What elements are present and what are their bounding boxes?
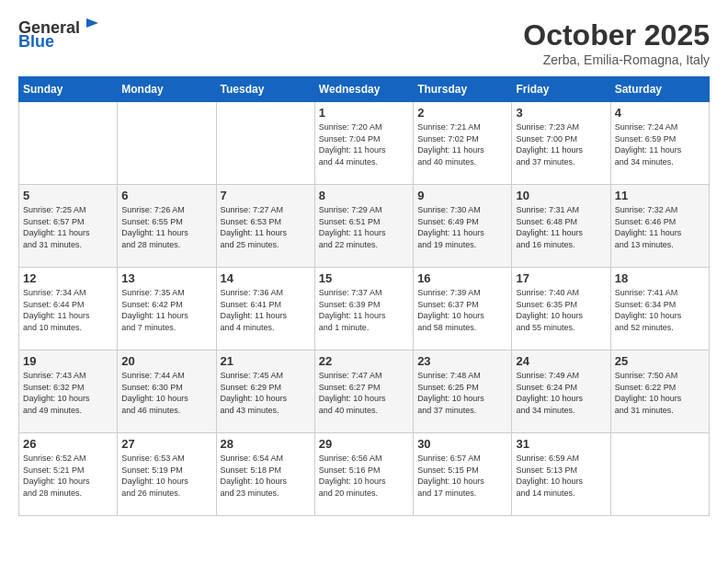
- calendar-cell: 23Sunrise: 7:48 AM Sunset: 6:25 PM Dayli…: [414, 350, 512, 433]
- location-label: Zerba, Emilia-Romagna, Italy: [523, 52, 710, 67]
- day-number: 5: [23, 189, 113, 202]
- day-info: Sunrise: 6:57 AM Sunset: 5:15 PM Dayligh…: [417, 453, 507, 499]
- weekday-header-thursday: Thursday: [414, 77, 512, 102]
- day-number: 20: [121, 354, 211, 368]
- day-info: Sunrise: 7:40 AM Sunset: 6:35 PM Dayligh…: [516, 287, 606, 333]
- day-info: Sunrise: 7:50 AM Sunset: 6:22 PM Dayligh…: [615, 370, 705, 416]
- calendar-week-row-5: 26Sunrise: 6:52 AM Sunset: 5:21 PM Dayli…: [19, 433, 710, 516]
- day-number: 8: [319, 189, 409, 202]
- day-info: Sunrise: 7:31 AM Sunset: 6:48 PM Dayligh…: [516, 204, 606, 250]
- calendar-table: SundayMondayTuesdayWednesdayThursdayFrid…: [18, 76, 710, 516]
- calendar-cell: 4Sunrise: 7:24 AM Sunset: 6:59 PM Daylig…: [610, 102, 709, 185]
- page-header: General Blue October 2025 Zerba, Emilia-…: [18, 18, 710, 67]
- day-number: 17: [516, 271, 606, 285]
- day-info: Sunrise: 7:21 AM Sunset: 7:02 PM Dayligh…: [417, 121, 507, 167]
- day-number: 16: [417, 271, 507, 285]
- calendar-cell: 13Sunrise: 7:35 AM Sunset: 6:42 PM Dayli…: [118, 268, 216, 350]
- calendar-cell: 24Sunrise: 7:49 AM Sunset: 6:24 PM Dayli…: [512, 350, 610, 433]
- calendar-cell: [118, 102, 216, 185]
- day-info: Sunrise: 7:47 AM Sunset: 6:27 PM Dayligh…: [319, 370, 409, 416]
- day-info: Sunrise: 7:25 AM Sunset: 6:57 PM Dayligh…: [23, 204, 113, 250]
- day-info: Sunrise: 7:23 AM Sunset: 7:00 PM Dayligh…: [516, 121, 606, 167]
- calendar-cell: 22Sunrise: 7:47 AM Sunset: 6:27 PM Dayli…: [314, 350, 413, 433]
- logo-blue: Blue: [18, 32, 54, 52]
- calendar-cell: 1Sunrise: 7:20 AM Sunset: 7:04 PM Daylig…: [314, 102, 413, 185]
- day-info: Sunrise: 7:34 AM Sunset: 6:44 PM Dayligh…: [23, 287, 113, 333]
- day-info: Sunrise: 7:45 AM Sunset: 6:29 PM Dayligh…: [221, 370, 311, 416]
- day-number: 24: [516, 354, 606, 368]
- day-info: Sunrise: 7:36 AM Sunset: 6:41 PM Dayligh…: [221, 287, 311, 333]
- month-title: October 2025: [523, 18, 710, 52]
- calendar-cell: 11Sunrise: 7:32 AM Sunset: 6:46 PM Dayli…: [610, 185, 709, 268]
- calendar-cell: 21Sunrise: 7:45 AM Sunset: 6:29 PM Dayli…: [216, 350, 314, 433]
- day-number: 29: [319, 437, 409, 451]
- logo: General Blue: [18, 18, 104, 52]
- day-info: Sunrise: 7:29 AM Sunset: 6:51 PM Dayligh…: [319, 204, 409, 250]
- day-info: Sunrise: 7:37 AM Sunset: 6:39 PM Dayligh…: [319, 287, 409, 333]
- calendar-cell: 19Sunrise: 7:43 AM Sunset: 6:32 PM Dayli…: [19, 350, 118, 433]
- calendar-cell: 30Sunrise: 6:57 AM Sunset: 5:15 PM Dayli…: [414, 433, 512, 516]
- day-info: Sunrise: 7:35 AM Sunset: 6:42 PM Dayligh…: [121, 287, 211, 333]
- calendar-cell: [216, 102, 314, 185]
- calendar-cell: 15Sunrise: 7:37 AM Sunset: 6:39 PM Dayli…: [314, 268, 413, 350]
- day-number: 26: [23, 437, 113, 451]
- day-info: Sunrise: 6:52 AM Sunset: 5:21 PM Dayligh…: [23, 453, 113, 499]
- calendar-cell: 20Sunrise: 7:44 AM Sunset: 6:30 PM Dayli…: [118, 350, 216, 433]
- day-number: 30: [417, 437, 507, 451]
- day-number: 9: [417, 189, 507, 202]
- calendar-cell: 3Sunrise: 7:23 AM Sunset: 7:00 PM Daylig…: [512, 102, 610, 185]
- calendar-cell: 16Sunrise: 7:39 AM Sunset: 6:37 PM Dayli…: [414, 268, 512, 350]
- day-info: Sunrise: 7:43 AM Sunset: 6:32 PM Dayligh…: [23, 370, 113, 416]
- day-info: Sunrise: 6:54 AM Sunset: 5:18 PM Dayligh…: [221, 453, 311, 499]
- day-number: 14: [221, 271, 311, 285]
- calendar-week-row-1: 1Sunrise: 7:20 AM Sunset: 7:04 PM Daylig…: [19, 102, 710, 185]
- weekday-header-monday: Monday: [118, 77, 216, 102]
- title-block: October 2025 Zerba, Emilia-Romagna, Ital…: [523, 18, 710, 67]
- calendar-cell: 8Sunrise: 7:29 AM Sunset: 6:51 PM Daylig…: [314, 185, 413, 268]
- day-info: Sunrise: 7:49 AM Sunset: 6:24 PM Dayligh…: [516, 370, 606, 416]
- calendar-week-row-4: 19Sunrise: 7:43 AM Sunset: 6:32 PM Dayli…: [19, 350, 710, 433]
- calendar-week-row-2: 5Sunrise: 7:25 AM Sunset: 6:57 PM Daylig…: [19, 185, 710, 268]
- weekday-header-row: SundayMondayTuesdayWednesdayThursdayFrid…: [19, 77, 710, 102]
- day-info: Sunrise: 6:59 AM Sunset: 5:13 PM Dayligh…: [516, 453, 606, 499]
- calendar-week-row-3: 12Sunrise: 7:34 AM Sunset: 6:44 PM Dayli…: [19, 268, 710, 350]
- day-number: 2: [417, 106, 507, 120]
- day-info: Sunrise: 6:53 AM Sunset: 5:19 PM Dayligh…: [121, 453, 211, 499]
- calendar-cell: 2Sunrise: 7:21 AM Sunset: 7:02 PM Daylig…: [414, 102, 512, 185]
- calendar-cell: 26Sunrise: 6:52 AM Sunset: 5:21 PM Dayli…: [19, 433, 118, 516]
- calendar-cell: 6Sunrise: 7:26 AM Sunset: 6:55 PM Daylig…: [118, 185, 216, 268]
- calendar-cell: 18Sunrise: 7:41 AM Sunset: 6:34 PM Dayli…: [610, 268, 709, 350]
- day-info: Sunrise: 6:56 AM Sunset: 5:16 PM Dayligh…: [319, 453, 409, 499]
- calendar-cell: [19, 102, 118, 185]
- calendar-cell: [610, 433, 709, 516]
- weekday-header-saturday: Saturday: [610, 77, 709, 102]
- day-number: 19: [23, 354, 113, 368]
- calendar-cell: 25Sunrise: 7:50 AM Sunset: 6:22 PM Dayli…: [610, 350, 709, 433]
- calendar-cell: 27Sunrise: 6:53 AM Sunset: 5:19 PM Dayli…: [118, 433, 216, 516]
- day-number: 4: [615, 106, 705, 120]
- weekday-header-friday: Friday: [512, 77, 610, 102]
- day-number: 12: [23, 271, 113, 285]
- day-number: 27: [121, 437, 211, 451]
- day-number: 21: [221, 354, 311, 368]
- day-number: 31: [516, 437, 606, 451]
- calendar-cell: 29Sunrise: 6:56 AM Sunset: 5:16 PM Dayli…: [314, 433, 413, 516]
- day-info: Sunrise: 7:26 AM Sunset: 6:55 PM Dayligh…: [121, 204, 211, 250]
- calendar-cell: 31Sunrise: 6:59 AM Sunset: 5:13 PM Dayli…: [512, 433, 610, 516]
- calendar-cell: 14Sunrise: 7:36 AM Sunset: 6:41 PM Dayli…: [216, 268, 314, 350]
- calendar-cell: 5Sunrise: 7:25 AM Sunset: 6:57 PM Daylig…: [19, 185, 118, 268]
- day-number: 23: [417, 354, 507, 368]
- day-number: 11: [615, 189, 705, 202]
- day-number: 28: [221, 437, 311, 451]
- calendar-cell: 9Sunrise: 7:30 AM Sunset: 6:49 PM Daylig…: [414, 185, 512, 268]
- day-number: 22: [319, 354, 409, 368]
- day-number: 25: [615, 354, 705, 368]
- day-number: 1: [319, 106, 409, 120]
- day-info: Sunrise: 7:32 AM Sunset: 6:46 PM Dayligh…: [615, 204, 705, 250]
- day-number: 10: [516, 189, 606, 202]
- day-number: 18: [615, 271, 705, 285]
- day-info: Sunrise: 7:48 AM Sunset: 6:25 PM Dayligh…: [417, 370, 507, 416]
- logo-flag-icon: [82, 16, 104, 38]
- calendar-cell: 7Sunrise: 7:27 AM Sunset: 6:53 PM Daylig…: [216, 185, 314, 268]
- day-info: Sunrise: 7:30 AM Sunset: 6:49 PM Dayligh…: [417, 204, 507, 250]
